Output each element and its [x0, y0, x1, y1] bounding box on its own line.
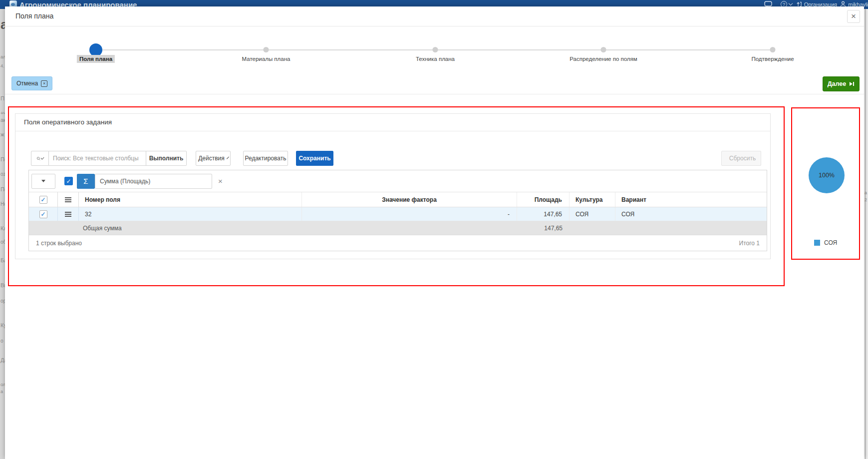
background-text-fragment: Кл	[0, 226, 5, 231]
column-header-culture[interactable]: Культура	[570, 192, 615, 207]
chart-legend[interactable]: СОЯ	[814, 239, 837, 246]
search-input[interactable]	[49, 151, 146, 166]
column-header-field-number[interactable]: Номер поля	[79, 192, 302, 207]
legend-swatch-soya	[814, 240, 820, 246]
background-text-fragment: Но	[0, 202, 5, 207]
step-label: Техника плана	[416, 56, 455, 62]
legend-label-soya: СОЯ	[824, 239, 837, 246]
step-dot	[770, 47, 776, 52]
report-grid: ✓ Σ × ✓ Номер поля Значение фактора Площ…	[28, 170, 767, 251]
background-text-fragment: о	[0, 339, 3, 344]
cancel-button-label: Отмена	[16, 80, 38, 87]
background-text-fragment: +ч	[0, 111, 5, 116]
region-header: Поля оперативного задания	[15, 114, 770, 131]
menu-icon	[65, 214, 71, 215]
step-label: Поля плана	[77, 55, 115, 63]
step-label: Материалы плана	[242, 56, 290, 62]
reset-label: Сбросить	[729, 155, 756, 162]
region-title: Поля оперативного задания	[24, 118, 112, 126]
grid-header-row: ✓ Номер поля Значение фактора Площадь Ку…	[29, 192, 767, 207]
step-label: Распределение по полям	[570, 56, 637, 62]
background-text-fragment: Да	[0, 358, 5, 363]
background-text-fragment: Ви	[0, 283, 5, 288]
actions-menu-button[interactable]: Действия	[196, 151, 231, 166]
aggregation-checkbox[interactable]: ✓	[64, 177, 73, 185]
next-button-label: Далее	[828, 80, 847, 87]
background-text-fragment: ал	[0, 55, 5, 59]
background-text-fragment: По	[0, 187, 5, 192]
interactive-report: Выполнить Действия Редактировать Сохрани…	[28, 147, 767, 169]
background-page-left-sliver: аал4.П+чакжПоозПоНоКлобБлВиорКуоДаола	[0, 9, 5, 459]
aggregation-dropdown-button[interactable]	[31, 174, 55, 189]
report-toolbar: Выполнить Действия Редактировать Сохрани…	[28, 147, 767, 169]
chevron-down-icon	[789, 1, 793, 5]
selected-rows-text: 1 строк выбрано	[29, 240, 82, 247]
background-text-fragment: П	[0, 96, 4, 101]
cell-area: 147,65	[517, 207, 570, 221]
cell-factor-value: -	[302, 207, 517, 221]
summary-area-value: 147,65	[517, 221, 570, 235]
toolbar-divider	[5, 94, 864, 94]
total-rows-text: Итого 1	[739, 240, 767, 247]
chevron-down-icon	[227, 156, 229, 159]
row-checkbox[interactable]: ✓	[39, 210, 47, 218]
cell-field-number: 32	[79, 207, 302, 221]
step-dot	[433, 47, 438, 52]
background-text-fragment: Бл	[0, 258, 5, 263]
aggregation-value-input[interactable]	[95, 174, 212, 189]
edit-button[interactable]: Редактировать	[243, 151, 288, 166]
pie-slice-soya[interactable]: 100%	[809, 157, 845, 193]
go-button[interactable]: Выполнить	[146, 151, 187, 166]
summary-row: Общая сумма 147,65	[29, 221, 767, 235]
table-row[interactable]: ✓ 32 - 147,65 СОЯ СОЯ	[29, 207, 767, 221]
skip-next-icon	[849, 81, 855, 86]
step-dot	[601, 47, 606, 52]
column-header-variant[interactable]: Вариант	[615, 192, 767, 207]
search-options-button[interactable]	[31, 151, 49, 166]
culture-pie-chart-panel: 100% СОЯ	[791, 107, 860, 260]
search-icon	[36, 155, 40, 162]
caret-down-icon	[41, 180, 45, 182]
row-menu-header-cell	[58, 192, 79, 207]
background-text-fragment: ор	[0, 299, 5, 304]
row-select-cell: ✓	[29, 207, 58, 221]
background-text-fragment: а	[0, 390, 3, 394]
plan-fields-modal: Поля плана × Поля плана Материалы плана …	[5, 6, 864, 459]
reset-button: Сбросить	[721, 151, 761, 166]
actions-label: Действия	[198, 155, 225, 162]
cell-variant: СОЯ	[615, 207, 767, 221]
column-header-factor-value[interactable]: Значение фактора	[302, 192, 517, 207]
background-text-fragment: оз	[0, 172, 5, 177]
close-icon[interactable]: ×	[847, 10, 860, 23]
step-dot	[264, 47, 269, 52]
background-text-fragment: об	[0, 240, 5, 245]
remove-aggregation-icon[interactable]: ×	[218, 177, 223, 185]
background-text-fragment: ж	[0, 132, 4, 137]
select-all-cell: ✓	[29, 192, 58, 207]
background-page-right-sliver: а2	[864, 9, 868, 459]
screen: Агрономическое планирование ? Организаци…	[0, 0, 868, 459]
aggregation-row: ✓ Σ ×	[29, 170, 767, 192]
background-text-fragment: 2	[865, 198, 867, 202]
save-button[interactable]: Сохранить	[296, 151, 333, 166]
modal-title: Поля плана	[15, 12, 53, 20]
background-text-fragment: а	[865, 191, 867, 195]
background-text-fragment: Ку	[0, 323, 5, 328]
modal-header: Поля плана ×	[5, 6, 864, 26]
column-header-area[interactable]: Площадь	[517, 192, 570, 207]
chevron-down-icon	[41, 156, 44, 159]
sum-sigma-button[interactable]: Σ	[77, 174, 95, 189]
next-button[interactable]: Далее	[823, 76, 860, 91]
background-text-fragment: а	[0, 18, 5, 31]
select-all-checkbox[interactable]: ✓	[39, 196, 47, 204]
summary-label: Общая сумма	[79, 225, 129, 232]
background-text-fragment: 4.	[0, 64, 4, 68]
cell-culture: СОЯ	[570, 207, 615, 221]
grid-footer: 1 строк выбрано Итого 1	[29, 235, 767, 251]
cancel-button[interactable]: Отмена ×	[11, 76, 52, 90]
pie-value-label: 100%	[819, 172, 835, 179]
menu-icon	[65, 199, 71, 200]
background-text-fragment: ак	[0, 118, 5, 123]
row-menu-cell[interactable]	[58, 207, 79, 221]
cancel-x-icon: ×	[41, 80, 47, 87]
